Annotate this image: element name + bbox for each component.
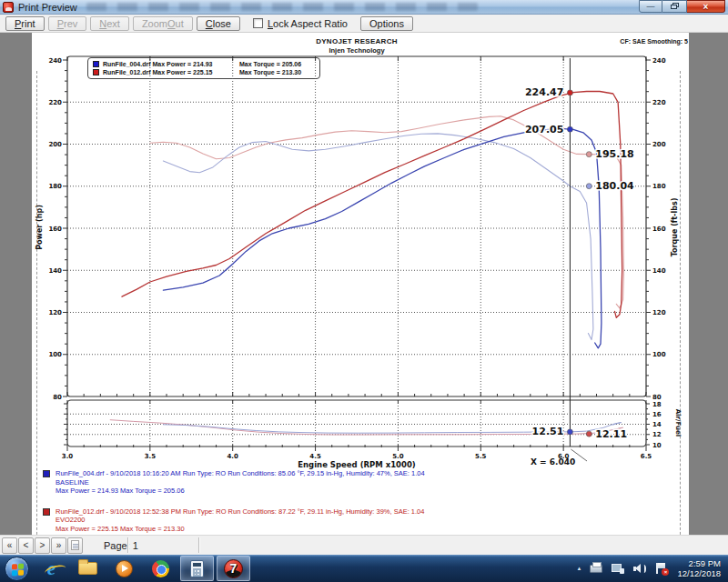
start-button[interactable] xyxy=(5,557,29,581)
run-name: EVO2200 xyxy=(56,516,662,525)
taskbar-item-calculator[interactable] xyxy=(180,556,214,581)
taskbar-item-internet-explorer[interactable]: e xyxy=(35,556,68,581)
last-page-button[interactable]: » xyxy=(51,537,66,554)
legend-text: RunFile_004.drf Max Power = 214.93 xyxy=(103,61,239,67)
lock-aspect-checkbox[interactable] xyxy=(253,18,263,28)
page-setup-button[interactable] xyxy=(67,537,83,554)
close-preview-button[interactable]: Close xyxy=(197,16,240,31)
title-bar[interactable]: Print Preview — × xyxy=(0,0,728,15)
blurred-document-path xyxy=(86,3,478,11)
network-tray-icon[interactable] xyxy=(612,564,624,574)
run-swatch-blue xyxy=(43,470,50,477)
run-info-block: RunFile_004.drf - 9/10/2018 10:16:20 AM … xyxy=(43,469,662,545)
next-button[interactable]: Next xyxy=(90,16,129,31)
app-icon xyxy=(3,2,14,13)
print-button[interactable]: Print xyxy=(5,16,45,31)
windows-logo-icon xyxy=(12,563,24,576)
page-number-label: Page: 1 xyxy=(104,540,138,551)
minimize-button[interactable]: — xyxy=(639,0,662,13)
printer-tray-icon[interactable] xyxy=(590,565,602,573)
legend-row-evo2200: RunFile_012.drf Max Power = 225.15 Max T… xyxy=(93,69,315,75)
legend-torque: Max Torque = 213.30 xyxy=(239,69,301,75)
run-maxvalues: Max Power = 225.15 Max Torque = 213.30 xyxy=(56,525,662,534)
legend-swatch-red xyxy=(93,69,99,75)
restore-icon xyxy=(671,3,679,10)
status-bar: « < > » Page: 1 xyxy=(0,535,728,555)
taskbar-clock[interactable]: 2:59 PM 12/12/2018 xyxy=(677,558,721,578)
taskbar-item-media-player[interactable] xyxy=(107,556,141,581)
restore-button[interactable] xyxy=(662,0,687,13)
run-maxvalues: Max Power = 214.93 Max Torque = 205.06 xyxy=(56,487,662,496)
folder-icon xyxy=(78,562,97,575)
chart-legend: RunFile_004.drf Max Power = 214.93 Max T… xyxy=(87,57,320,79)
taskbar: e 7 ▲ × 2:59 PM 12/12/2018 xyxy=(0,555,728,582)
run-conditions: RunFile_012.drf - 9/10/2018 12:52:38 PM … xyxy=(56,507,662,517)
clock-time: 2:59 PM xyxy=(677,558,721,568)
close-button[interactable]: × xyxy=(687,0,725,13)
smoothing-note: CF: SAE Smoothing: 5 xyxy=(510,38,688,45)
legend-row-baseline: RunFile_004.drf Max Power = 214.93 Max T… xyxy=(93,61,315,67)
chrome-icon xyxy=(152,560,169,577)
page-icon xyxy=(71,540,79,550)
taskbar-item-file-explorer[interactable] xyxy=(71,556,105,581)
show-hidden-icons-button[interactable]: ▲ xyxy=(577,566,582,571)
clock-date: 12/12/2018 xyxy=(677,568,721,578)
run-name: BASELINE xyxy=(56,478,662,487)
legend-swatch-blue xyxy=(93,61,99,67)
system-tray: ▲ × 2:59 PM 12/12/2018 xyxy=(577,555,728,582)
winpep-7-icon: 7 xyxy=(224,559,243,578)
lock-aspect-label: Lock Aspect Ratio xyxy=(268,18,348,29)
run-info-evo2200: RunFile_012.drf - 9/10/2018 12:52:38 PM … xyxy=(43,507,662,534)
volume-tray-icon[interactable] xyxy=(633,564,647,574)
prev-button[interactable]: Prev xyxy=(48,16,87,31)
first-page-button[interactable]: « xyxy=(2,537,17,554)
run-swatch-red xyxy=(43,508,50,516)
statusbar-divider xyxy=(127,537,128,553)
preview-page xyxy=(32,33,689,535)
run-conditions: RunFile_004.drf - 9/10/2018 10:16:20 AM … xyxy=(56,469,662,478)
zoom-out-button[interactable]: Zoom Out xyxy=(133,16,193,31)
toolbar: Print Prev Next Zoom Out Close Lock Aspe… xyxy=(0,15,728,33)
legend-text: RunFile_012.drf Max Power = 225.15 xyxy=(103,69,239,75)
internet-explorer-icon: e xyxy=(47,559,56,577)
chart-subtitle: Injen Technology xyxy=(67,46,646,55)
next-page-button[interactable]: > xyxy=(35,537,50,554)
action-center-icon[interactable]: × xyxy=(656,563,666,574)
print-preview-area xyxy=(0,33,728,535)
right-margin-guide xyxy=(680,71,681,562)
taskbar-item-chrome[interactable] xyxy=(144,556,177,581)
run-info-baseline: RunFile_004.drf - 9/10/2018 10:16:20 AM … xyxy=(43,469,662,496)
taskbar-item-winpep[interactable]: 7 xyxy=(217,556,250,581)
left-margin-guide xyxy=(36,71,37,562)
media-player-icon xyxy=(116,560,133,577)
window-title: Print Preview xyxy=(18,2,77,13)
calculator-icon xyxy=(190,560,204,577)
statusbar-divider xyxy=(198,537,199,553)
legend-torque: Max Torque = 205.06 xyxy=(239,61,301,67)
options-button[interactable]: Options xyxy=(360,16,413,31)
prev-page-button[interactable]: < xyxy=(18,537,34,554)
